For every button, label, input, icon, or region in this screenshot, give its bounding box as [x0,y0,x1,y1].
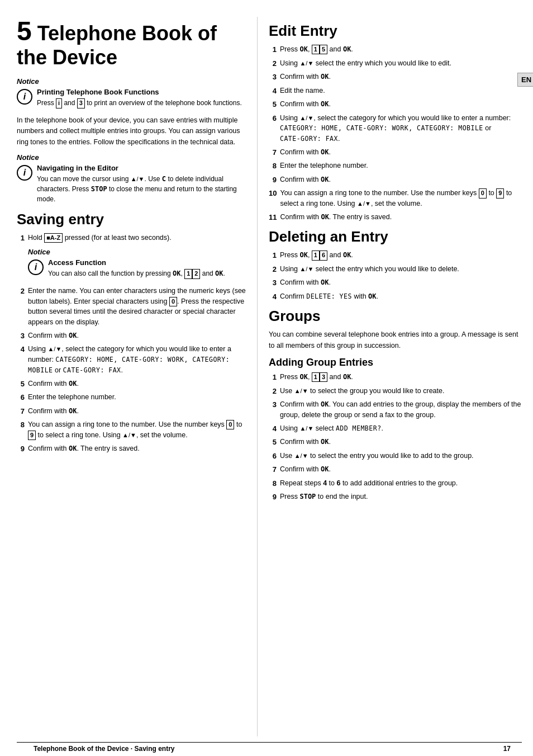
del-step-4: 4 Confirm DELETE: YES with OK. [269,291,522,303]
grp-step-3: 3 Confirm with OK. You can add entries t… [269,399,522,420]
notice3-text: You can also call the function by pressi… [48,268,246,278]
left-column: 5Telephone Book of the Device Notice i P… [17,17,257,736]
footer-right: 17 [503,745,511,753]
groups-intro: You can combine several telephone book e… [269,329,522,351]
edit-step-6: 6 Using ▲/▼, select the category for whi… [269,113,522,144]
edit-step-2: 2 Using ▲/▼ select the entry which you w… [269,58,522,69]
notice1-text: Press i and 3 to print an overview of th… [37,98,246,108]
edit-step-8: 8 Enter the telephone number. [269,160,522,172]
saving-steps: 1 Hold ■A-Z pressed (for at least two se… [17,233,246,244]
notice3-label: Notice [28,248,246,256]
notice1-label: Notice [17,77,246,86]
info-icon-1: i [17,89,32,105]
footer: Telephone Book of the Device · Saving en… [17,743,522,756]
grp-step-2: 2 Use ▲/▼ to select the group you would … [269,386,522,397]
notice2-box: i Navigating in the Editor You can move … [17,164,246,204]
footer-left: Telephone Book of the Device · Saving en… [34,745,175,753]
saving-step-3: 3 Confirm with OK. [17,330,246,342]
info-icon-3: i [28,259,44,275]
edit-step-10: 10 You can assign a ring tone to the num… [269,188,522,209]
notice3-content: Access Function You can also call the fu… [48,258,246,278]
saving-steps-2: 2 Enter the name. You can enter characte… [17,286,246,454]
saving-step-2: 2 Enter the name. You can enter characte… [17,286,246,328]
right-column: Edit Entry 1 Press OK, 15 and OK. 2 Usin… [257,17,522,736]
notice2-text: You can move the cursor using ▲/▼. Use C… [37,174,246,204]
edit-step-1: 1 Press OK, 15 and OK. [269,44,522,55]
delete-steps: 1 Press OK, 16 and OK. 2 Using ▲/▼ selec… [269,250,522,302]
edit-step-7: 7 Confirm with OK. [269,147,522,158]
saving-step-4: 4 Using ▲/▼, select the category for whi… [17,344,246,375]
grp-step-8: 8 Repeat steps 4 to 6 to add additional … [269,478,522,489]
edit-step-5: 5 Confirm with OK. [269,99,522,110]
grp-step-5: 5 Confirm with OK. [269,437,522,448]
notice2-title: Navigating in the Editor [37,164,246,172]
chapter-title: 5Telephone Book of the Device [17,17,246,68]
group-steps: 1 Press OK, 13 and OK. 2 Use ▲/▼ to sele… [269,372,522,503]
page: EN 5Telephone Book of the Device Notice … [0,0,533,756]
edit-step-9: 9 Confirm with OK. [269,174,522,186]
edit-step-3: 3 Confirm with OK. [269,72,522,83]
adding-title: Adding Group Entries [269,357,522,368]
saving-step-5: 5 Confirm with OK. [17,379,246,390]
edit-title: Edit Entry [269,22,522,40]
grp-step-7: 7 Confirm with OK. [269,464,522,475]
groups-title: Groups [269,308,522,325]
notice2-content: Navigating in the Editor You can move th… [37,164,246,204]
delete-title: Deleting an Entry [269,228,522,245]
del-step-2: 2 Using ▲/▼ select the entry which you w… [269,264,522,275]
del-step-3: 3 Confirm with OK. [269,277,522,289]
edit-steps: 1 Press OK, 15 and OK. 2 Using ▲/▼ selec… [269,44,522,223]
chapter-number: 5 [17,16,32,46]
notice3-title: Access Function [48,258,246,267]
grp-step-4: 4 Using ▲/▼ select ADD MEMBER?. [269,423,522,434]
en-tab: EN [517,73,533,87]
saving-step-8: 8 You can assign a ring tone to the numb… [17,419,246,441]
info-icon-2: i [17,165,32,181]
intro-text: In the telephone book of your device, yo… [17,115,246,148]
saving-step-6: 6 Enter the telephone number. [17,392,246,403]
grp-step-6: 6 Use ▲/▼ to select the entry you would … [269,451,522,462]
notice1-content: Printing Telephone Book Functions Press … [37,88,246,108]
edit-step-11: 11 Confirm with OK. The entry is saved. [269,212,522,223]
grp-step-9: 9 Press STOP to end the input. [269,492,522,503]
saving-step-9: 9 Confirm with OK. The entry is saved. [17,443,246,455]
notice1-title: Printing Telephone Book Functions [37,88,246,96]
saving-title: Saving entry [17,211,246,228]
saving-step-1: 1 Hold ■A-Z pressed (for at least two se… [17,233,246,244]
saving-step-7: 7 Confirm with OK. [17,406,246,417]
notice2-label: Notice [17,153,246,162]
edit-step-4: 4 Edit the name. [269,86,522,97]
notice3-box: i Access Function You can also call the … [28,258,246,278]
del-step-1: 1 Press OK, 16 and OK. [269,250,522,261]
notice1-box: i Printing Telephone Book Functions Pres… [17,88,246,108]
grp-step-1: 1 Press OK, 13 and OK. [269,372,522,383]
